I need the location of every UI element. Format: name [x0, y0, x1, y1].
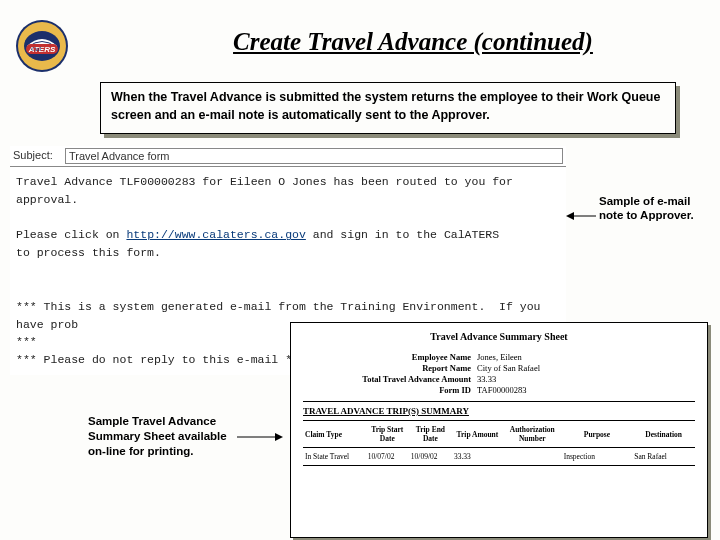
page-title: Create Travel Advance (continued) [126, 28, 700, 56]
summary-sheet: Travel Advance Summary Sheet Employee Na… [290, 322, 708, 538]
sheet-title: Travel Advance Summary Sheet [303, 331, 695, 342]
field-employee-name: Employee Name Jones, Eileen [359, 352, 695, 362]
trip-summary-table: Claim Type Trip Start Date Trip End Date… [303, 420, 695, 466]
field-total-amount: Total Travel Advance Amount 33.33 [359, 374, 695, 384]
svg-text:Cal: Cal [31, 45, 41, 53]
calaters-link[interactable]: http://www.calaters.ca.gov [126, 228, 305, 241]
email-subject-label: Subject: [13, 147, 65, 164]
calaters-logo: ATERS Cal [14, 18, 70, 74]
table-header-row: Claim Type Trip Start Date Trip End Date… [303, 421, 695, 448]
intro-banner-text: When the Travel Advance is submitted the… [100, 82, 676, 134]
divider [303, 401, 695, 402]
annotation-email: Sample of e-mail note to Approver. [599, 194, 709, 223]
table-row: In State Travel 10/07/02 10/09/02 33.33 … [303, 448, 695, 466]
field-report-name: Report Name City of San Rafael [359, 363, 695, 373]
intro-banner: When the Travel Advance is submitted the… [100, 82, 676, 134]
arrow-right-icon [237, 432, 283, 442]
field-form-id: Form ID TAF00000283 [359, 385, 695, 395]
section-title: TRAVEL ADVANCE TRIP(S) SUMMARY [303, 406, 695, 416]
annotation-summary: Sample Travel Advance Summary Sheet avai… [88, 414, 236, 459]
arrow-left-icon [566, 211, 596, 221]
svg-marker-7 [566, 212, 574, 220]
email-subject-field [65, 148, 563, 164]
svg-marker-9 [275, 433, 283, 441]
divider [10, 166, 566, 167]
email-subject-row: Subject: [10, 146, 566, 166]
